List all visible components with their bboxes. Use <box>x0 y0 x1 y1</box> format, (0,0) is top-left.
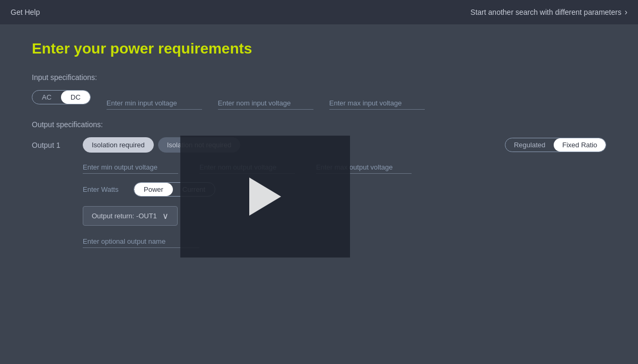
ac-dc-toggle[interactable]: AC DC <box>32 90 91 104</box>
get-help-link[interactable]: Get Help <box>11 8 40 16</box>
reg-fixed-toggle[interactable]: Regulated Fixed Ratio <box>505 138 606 152</box>
chevron-down-icon: ∨ <box>162 211 169 221</box>
max-input-voltage-input[interactable] <box>329 97 425 110</box>
video-overlay[interactable] <box>180 136 350 258</box>
play-button[interactable] <box>249 177 281 216</box>
chevron-right-icon: › <box>625 7 627 17</box>
isolation-required-btn[interactable]: Isolation required <box>83 137 154 153</box>
output-label: Output 1 <box>32 141 74 149</box>
main-content: Enter your power requirements Input spec… <box>0 24 638 264</box>
search-link-text: Start another search with different para… <box>470 8 622 16</box>
ac-option[interactable]: AC <box>32 91 61 104</box>
watts-label: Enter Watts <box>83 185 125 193</box>
fixed-ratio-option[interactable]: Fixed Ratio <box>554 138 606 152</box>
output-return-select[interactable]: Output return: -OUT1 ∨ <box>83 206 178 226</box>
max-input-voltage-field <box>329 97 425 110</box>
regulated-group: Regulated Fixed Ratio <box>505 138 606 152</box>
min-input-voltage-field <box>107 97 202 110</box>
min-input-voltage-input[interactable] <box>107 97 202 110</box>
page-title: Enter your power requirements <box>32 40 606 57</box>
input-spec-row: AC DC <box>32 90 606 110</box>
input-spec-label: Input specifications: <box>32 73 606 82</box>
top-bar: Get Help Start another search with diffe… <box>0 0 638 24</box>
dc-option[interactable]: DC <box>61 91 90 104</box>
min-output-voltage-input[interactable] <box>83 161 178 174</box>
regulated-option[interactable]: Regulated <box>505 138 554 152</box>
power-option[interactable]: Power <box>134 183 173 196</box>
output-spec-label: Output specifications: <box>32 120 606 129</box>
output-return-label: Output return: -OUT1 <box>92 212 157 220</box>
nom-input-voltage-input[interactable] <box>218 97 313 110</box>
nom-input-voltage-field <box>218 97 313 110</box>
search-link-container[interactable]: Start another search with different para… <box>470 7 627 17</box>
